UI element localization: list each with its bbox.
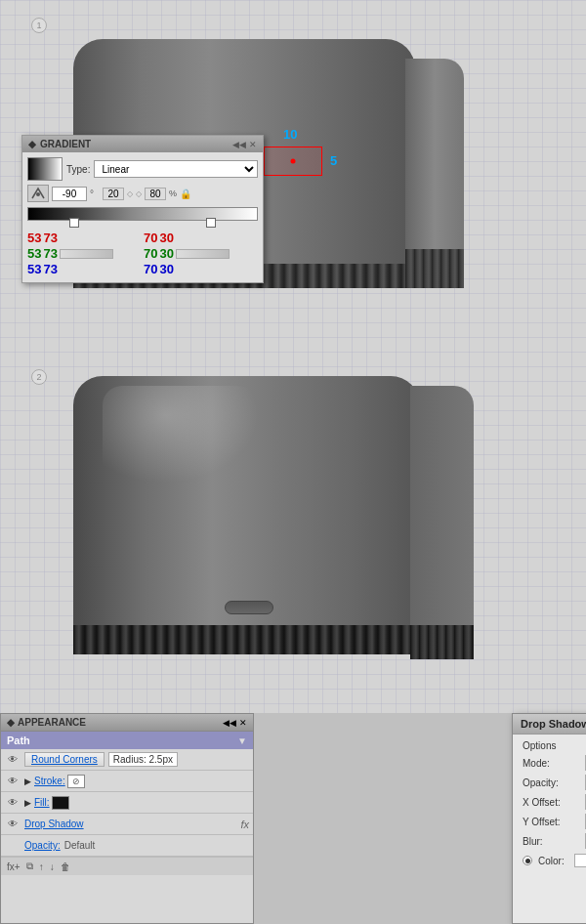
color-right-b2: 30 — [159, 262, 173, 276]
selection-height-label: 5 — [330, 153, 337, 168]
color-label: Color: — [538, 856, 565, 866]
drop-shadow-dialog-wrapper: Drop Shadow Options Mode: Soft Light Opa… — [254, 713, 582, 924]
x-offset-row: X Offset: ▲ ▼ — [523, 794, 586, 810]
color-right-r: 70 — [144, 231, 157, 245]
path-label: Path — [7, 735, 30, 746]
opacity-ds-row: Opacity: ▲ ▼ % — [523, 775, 586, 790]
round-corners-visibility[interactable]: 👁 — [5, 753, 21, 767]
drop-shadow-label[interactable]: Drop Shadow — [24, 819, 84, 829]
gradient-type-select[interactable]: Linear — [94, 160, 258, 178]
appearance-title-text: ◆ APPEARANCE — [7, 717, 86, 728]
round-corners-button[interactable]: Round Corners — [24, 752, 105, 767]
mode-label: Mode: — [523, 758, 579, 769]
selection-box[interactable] — [264, 147, 322, 176]
opacity-ds-label: Opacity: — [523, 777, 579, 788]
x-offset-label: X Offset: — [523, 797, 579, 808]
opacity-label[interactable]: Opacity: — [24, 840, 61, 851]
appearance-panel: ◆ APPEARANCE ◀◀ ✕ Path ▼ 👁 Round Corners… — [0, 713, 254, 924]
drop-shadow-dialog: Drop Shadow Options Mode: Soft Light Opa… — [512, 713, 586, 924]
bottom-panel-area: ◆ APPEARANCE ◀◀ ✕ Path ▼ 👁 Round Corners… — [0, 713, 586, 924]
stroke-expand[interactable]: ▶ — [24, 777, 34, 786]
blur-row: Blur: — [523, 833, 586, 849]
opacity-value: Default — [64, 840, 96, 851]
color-left-b: 53 — [27, 262, 41, 276]
color-swatch[interactable] — [574, 854, 586, 867]
appearance-path-row: Path ▼ — [1, 732, 253, 749]
stroke-box[interactable]: ⊘ — [67, 775, 85, 788]
stroke-row: 👁 ▶ Stroke: ⊘ — [1, 771, 253, 792]
color-left-b2: 73 — [43, 262, 57, 276]
type-label: Type: — [66, 164, 90, 175]
drop-shadow-visibility[interactable]: 👁 — [5, 818, 21, 831]
color-slider-g2[interactable] — [176, 249, 230, 259]
color-right-b: 70 — [144, 262, 157, 276]
stroke-label[interactable]: Stroke: — [34, 776, 65, 786]
gradient-panel: ◆ GRADIENT ◀◀ ✕ Type: Linear — [21, 135, 264, 283]
appearance-toolbar: fx+ ⧉ ↑ ↓ 🗑 — [1, 857, 253, 875]
move-down-button[interactable]: ↓ — [50, 861, 55, 872]
drop-shadow-title: Drop Shadow — [513, 714, 586, 735]
blur-label: Blur: — [523, 836, 579, 847]
color-right-g: 70 — [144, 246, 157, 261]
round-corners-row: 👁 Round Corners Radius: 2.5px — [1, 749, 253, 771]
duplicate-button[interactable]: ⧉ — [26, 861, 33, 872]
fx-icon: fx — [240, 819, 249, 830]
color-darkness-row: Color: Darkness: % — [523, 853, 586, 868]
section-1-label: 1 — [31, 18, 47, 33]
gradient-swatch[interactable] — [27, 157, 63, 181]
stroke-visibility[interactable]: 👁 — [5, 775, 21, 788]
gradient-pos2: 80 — [145, 188, 166, 200]
gradient-angle-value[interactable]: -90 — [52, 187, 87, 201]
radius-value: Radius: 2.5px — [108, 752, 178, 767]
gradient-panel-titlebar[interactable]: ◆ GRADIENT ◀◀ ✕ — [22, 136, 263, 152]
canvas-area: 1 2 10 5 ◆ GRADIENT — [0, 0, 586, 713]
drop-shadow-row: 👁 Drop Shadow fx — [1, 814, 253, 835]
gradient-bar-container[interactable] — [27, 207, 258, 221]
fill-expand[interactable]: ▶ — [24, 798, 34, 808]
drop-shadow-body: Options Mode: Soft Light Opacity: ▲ ▼ — [513, 735, 586, 878]
color-left-g2: 73 — [43, 246, 57, 261]
selection-width-label: 10 — [283, 127, 297, 142]
delete-button[interactable]: 🗑 — [61, 861, 70, 872]
color-left-g: 53 — [27, 246, 41, 261]
gradient-bar — [27, 207, 258, 221]
color-radio[interactable] — [523, 856, 532, 865]
appearance-titlebar[interactable]: ◆ APPEARANCE ◀◀ ✕ — [1, 714, 253, 732]
color-right-r2: 30 — [159, 231, 173, 245]
fill-box[interactable] — [52, 796, 69, 810]
move-up-button[interactable]: ↑ — [39, 861, 44, 872]
fill-label[interactable]: Fill: — [34, 797, 50, 808]
gradient-panel-title-text: ◆ GRADIENT — [28, 139, 91, 149]
add-effect-button[interactable]: fx+ — [7, 861, 21, 872]
options-label: Options — [523, 740, 586, 751]
fill-row: 👁 ▶ Fill: — [1, 792, 253, 814]
color-right-g2: 30 — [159, 246, 173, 261]
mode-row: Mode: Soft Light — [523, 755, 586, 771]
phone-illustration-bottom — [73, 376, 464, 689]
panel-window-controls: ◀◀ ✕ — [232, 140, 257, 149]
gradient-stop-right[interactable] — [206, 218, 216, 228]
gradient-angle-icon — [27, 185, 49, 202]
gradient-stop-left[interactable] — [69, 218, 79, 228]
color-slider-g[interactable] — [60, 249, 113, 259]
y-offset-label: Y Offset: — [523, 817, 579, 827]
y-offset-row: Y Offset: ▲ ▼ — [523, 814, 586, 829]
opacity-row: 👁 Opacity: Default — [1, 835, 253, 857]
gradient-pos1: 20 — [103, 188, 124, 200]
svg-point-0 — [36, 192, 40, 196]
color-left-r: 53 — [27, 231, 41, 245]
color-left-r2: 73 — [43, 231, 57, 245]
fill-visibility[interactable]: 👁 — [5, 796, 21, 810]
appearance-window-controls: ◀◀ ✕ — [223, 718, 247, 728]
section-2-label: 2 — [31, 369, 47, 385]
